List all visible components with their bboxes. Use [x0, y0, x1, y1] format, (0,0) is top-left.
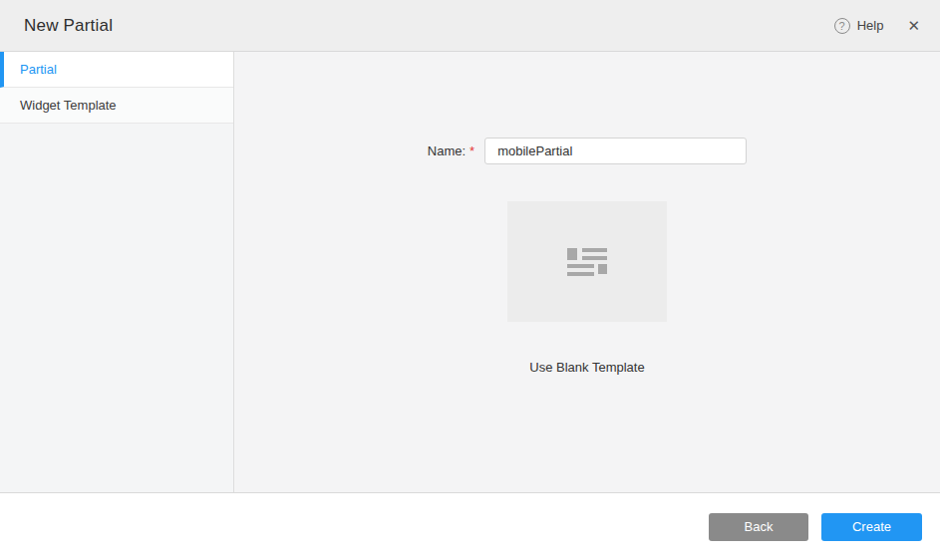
required-asterisk: *: [470, 143, 474, 158]
name-label: Name:: [428, 143, 466, 158]
header-actions: ? Help ✕: [834, 16, 922, 35]
name-input[interactable]: [484, 138, 747, 164]
help-label: Help: [857, 18, 884, 33]
name-field-row: Name: *: [234, 138, 940, 164]
content-layout-icon: [567, 248, 607, 276]
close-icon[interactable]: ✕: [905, 16, 922, 35]
help-button[interactable]: ? Help: [834, 18, 884, 34]
sidebar-item-widget-template[interactable]: Widget Template: [0, 88, 233, 124]
template-type-sidebar: Partial Widget Template: [0, 52, 234, 492]
blank-template-card[interactable]: Use Blank Template: [507, 201, 667, 375]
sidebar-item-label: Partial: [20, 62, 57, 77]
dialog-footer: Back Create: [0, 493, 940, 560]
use-blank-template-label[interactable]: Use Blank Template: [529, 360, 644, 375]
dialog-body: Partial Widget Template Name: *: [0, 52, 940, 493]
create-button[interactable]: Create: [821, 513, 922, 541]
sidebar-item-label: Widget Template: [20, 98, 117, 113]
page-title: New Partial: [24, 16, 113, 36]
sidebar-item-partial[interactable]: Partial: [0, 52, 233, 88]
back-button[interactable]: Back: [709, 513, 808, 541]
new-partial-dialog: New Partial ? Help ✕ Partial Widget Temp…: [0, 0, 940, 560]
help-question-icon: ?: [834, 18, 850, 34]
blank-template-thumbnail[interactable]: [507, 201, 667, 322]
dialog-header: New Partial ? Help ✕: [0, 0, 940, 52]
main-panel: Name: *: [234, 52, 940, 492]
